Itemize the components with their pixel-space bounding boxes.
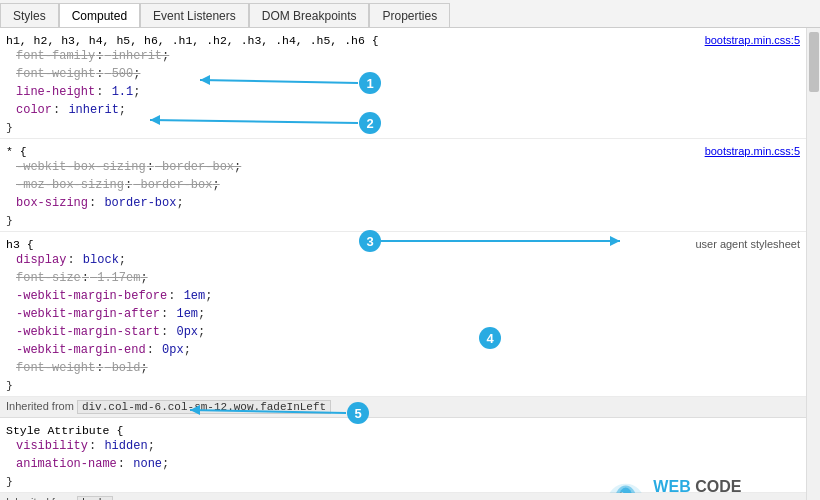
tab-styles[interactable]: Styles [0,3,59,27]
rule-selector-2: * { [6,145,27,158]
rule-block-3: h3 { user agent stylesheet display: bloc… [0,232,806,397]
inherited-from-div: Inherited from div.col-md-6.col-sm-12.wo… [0,397,806,418]
prop-font-weight-1: font-weight: 500; [16,65,800,83]
tab-dom-breakpoints[interactable]: DOM Breakpoints [249,3,370,27]
scrollbar[interactable] [806,28,820,500]
inherited-from-body: Inherited from body [0,493,806,500]
scrollbar-thumb[interactable] [809,32,819,92]
prop-font-family-1: font-family: inherit; [16,47,800,65]
rule-selector-4: Style Attribute { [6,424,123,437]
styles-panel: h1, h2, h3, h4, h5, h6, .h1, .h2, .h3, .… [0,28,806,500]
prop-animation-name: animation-name: none; [16,455,800,473]
inherited-tag-body: body [77,496,113,500]
rule-source-2[interactable]: bootstrap.min.css:5 [705,145,800,157]
rule-block-2: * { bootstrap.min.css:5 -webkit-box-sizi… [0,139,806,232]
prop-webkit-box-sizing: -webkit-box-sizing: border-box; [16,158,800,176]
prop-moz-box-sizing: -moz-box-sizing: border-box; [16,176,800,194]
prop-webkit-margin-after: -webkit-margin-after: 1em; [16,305,800,323]
rule-source-3: user agent stylesheet [695,238,800,250]
prop-line-height-1: line-height: 1.1; [16,83,800,101]
rule-block-4: Style Attribute { visibility: hidden; an… [0,418,806,493]
tab-computed[interactable]: Computed [59,3,140,27]
prop-visibility: visibility: hidden; [16,437,800,455]
rule-block-1: h1, h2, h3, h4, h5, h6, .h1, .h2, .h3, .… [0,28,806,139]
prop-font-weight-3: font-weight: bold; [16,359,800,377]
tab-event-listeners[interactable]: Event Listeners [140,3,249,27]
prop-font-size-3: font-size: 1.17em; [16,269,800,287]
rule-source-1[interactable]: bootstrap.min.css:5 [705,34,800,46]
inherited-tag-div: div.col-md-6.col-sm-12.wow.fadeInLeft [77,400,331,414]
prop-webkit-margin-start: -webkit-margin-start: 0px; [16,323,800,341]
rule-selector-3: h3 { [6,238,34,251]
prop-color-1: color: inherit; [16,101,800,119]
prop-webkit-margin-before: -webkit-margin-before: 1em; [16,287,800,305]
prop-display-3: display: block; [16,251,800,269]
prop-box-sizing: box-sizing: border-box; [16,194,800,212]
rule-selector-1: h1, h2, h3, h4, h5, h6, .h1, .h2, .h3, .… [6,34,379,47]
close-brace-1: } [0,121,806,134]
tab-properties[interactable]: Properties [369,3,450,27]
close-brace-3: } [0,379,806,392]
tab-bar: Styles Computed Event Listeners DOM Brea… [0,0,820,28]
close-brace-2: } [0,214,806,227]
prop-webkit-margin-end: -webkit-margin-end: 0px; [16,341,800,359]
